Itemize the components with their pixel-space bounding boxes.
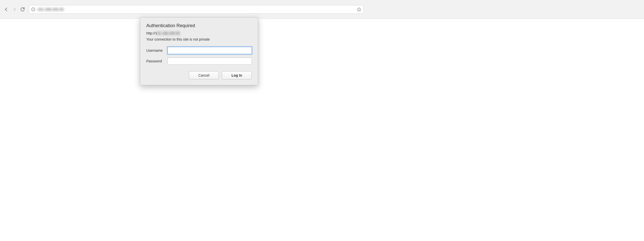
browser-toolbar: 192.168.200.55	[0, 0, 644, 19]
password-label: Password	[146, 59, 168, 63]
dialog-button-row: Cancel Log In	[146, 71, 252, 79]
svg-point-2	[33, 8, 33, 9]
url-display: 192.168.200.55	[37, 7, 355, 11]
dialog-title: Authentication Required	[146, 23, 252, 28]
dialog-url: http://192.168.200.55	[146, 31, 180, 35]
nav-button-group	[3, 7, 26, 12]
login-button[interactable]: Log In	[222, 71, 252, 79]
dialog-warning: Your connection to this site is not priv…	[146, 37, 252, 41]
page-content: Authentication Required http://192.168.2…	[0, 19, 644, 241]
site-info-icon[interactable]	[31, 7, 35, 11]
arrow-left-icon	[4, 7, 9, 12]
password-input[interactable]	[168, 58, 252, 65]
reload-button[interactable]	[20, 7, 25, 12]
back-button[interactable]	[4, 7, 9, 12]
username-row: Username	[146, 47, 252, 54]
username-label: Username	[146, 48, 168, 53]
reload-icon	[20, 7, 25, 12]
address-bar[interactable]: 192.168.200.55	[29, 5, 364, 14]
svg-marker-3	[357, 7, 361, 11]
bookmark-star-icon[interactable]	[357, 7, 361, 12]
password-row: Password	[146, 58, 252, 65]
username-input[interactable]	[168, 47, 252, 54]
arrow-right-icon	[12, 7, 17, 12]
cancel-button[interactable]: Cancel	[189, 71, 219, 79]
forward-button[interactable]	[12, 7, 17, 12]
auth-dialog: Authentication Required http://192.168.2…	[140, 17, 258, 85]
